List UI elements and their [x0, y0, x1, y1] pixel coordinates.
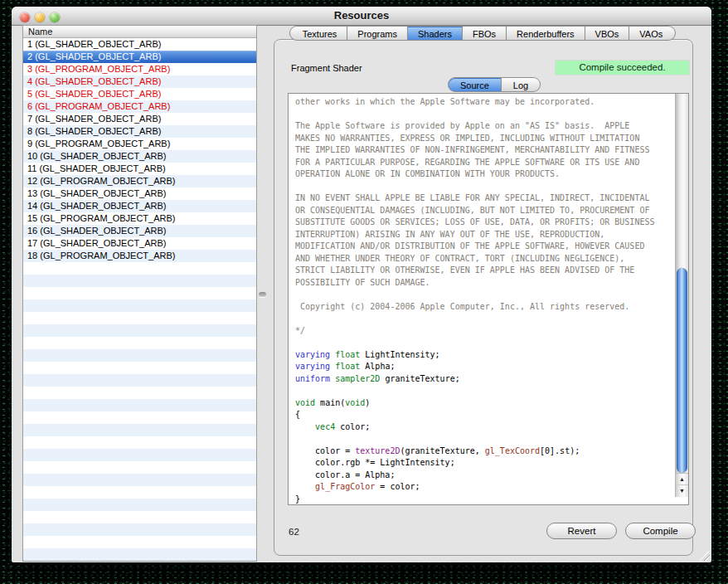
- code-line: uniform sampler2D graniteTexture;: [295, 373, 676, 386]
- tab-vbos[interactable]: VBOs: [585, 26, 630, 41]
- code-line: [295, 385, 676, 397]
- splitter-handle[interactable]: [259, 292, 266, 297]
- title-bar[interactable]: Resources: [12, 7, 711, 26]
- code-line: varying float Alpha;: [295, 361, 676, 373]
- code-line: varying float LightIntensity;: [295, 349, 676, 362]
- code-line: OR CONSEQUENTIAL DAMAGES (INCLUDING, BUT…: [295, 205, 676, 217]
- list-item[interactable]: 16 (GL_SHADER_OBJECT_ARB): [23, 225, 256, 237]
- list-item[interactable]: 17 (GL_SHADER_OBJECT_ARB): [23, 237, 256, 250]
- resource-list: Name 1 (GL_SHADER_OBJECT_ARB)2 (GL_SHADE…: [22, 25, 257, 562]
- tab-renderbuffers[interactable]: Renderbuffers: [507, 26, 585, 41]
- code-line: SUBSTITUTE GOODS OR SERVICES; LOSS OF US…: [295, 217, 676, 229]
- code-line: THE IMPLIED WARRANTIES OF NON-INFRINGEME…: [295, 144, 676, 157]
- list-item[interactable]: 11 (GL_SHADER_OBJECT_ARB): [23, 163, 256, 175]
- list-item[interactable]: 14 (GL_SHADER_OBJECT_ARB): [23, 200, 256, 212]
- list-item[interactable]: 2 (GL_SHADER_OBJECT_ARB): [23, 51, 256, 63]
- list-item[interactable]: 18 (GL_PROGRAM_OBJECT_ARB): [23, 250, 256, 262]
- subtab-log[interactable]: Log: [502, 77, 541, 92]
- resize-grip-icon[interactable]: [699, 550, 710, 561]
- list-item[interactable]: 7 (GL_SHADER_OBJECT_ARB): [23, 113, 256, 125]
- code-line: POSSIBILITY OF SUCH DAMAGE.: [295, 277, 676, 290]
- code-line: IN NO EVENT SHALL APPLE BE LIABLE FOR AN…: [295, 192, 676, 205]
- code-line: */: [295, 325, 676, 338]
- code-line: [295, 337, 676, 349]
- tab-vaos[interactable]: VAOs: [629, 26, 676, 41]
- code-line: FOR A PARTICULAR PURPOSE, REGARDING THE …: [295, 157, 676, 169]
- code-line: [295, 433, 676, 445]
- list-item[interactable]: 6 (GL_PROGRAM_OBJECT_ARB): [23, 100, 256, 113]
- code-line: STRICT LIABILITY OR OTHERWISE, EVEN IF A…: [295, 265, 676, 277]
- list-item[interactable]: 5 (GL_SHADER_OBJECT_ARB): [23, 88, 256, 100]
- code-line: other works in which the Apple Software …: [295, 96, 676, 109]
- scroll-down-arrow-icon[interactable]: ▼: [676, 485, 688, 497]
- list-item[interactable]: 1 (GL_SHADER_OBJECT_ARB): [23, 38, 256, 51]
- list-item[interactable]: 9 (GL_PROGRAM_OBJECT_ARB): [23, 138, 256, 150]
- window-title: Resources: [12, 9, 711, 22]
- shader-id-label: 62: [289, 527, 299, 537]
- code-line: AND WHETHER UNDER THEORY OF CONTRACT, TO…: [295, 253, 676, 265]
- code-line: vec4 color;: [295, 421, 676, 434]
- editor-scrollbar[interactable]: ▲ ▼: [675, 94, 688, 497]
- tab-shaders[interactable]: Shaders: [408, 26, 463, 41]
- compile-status-badge: Compile succeeded.: [555, 60, 690, 75]
- code-line: {: [295, 409, 676, 421]
- list-item[interactable]: 4 (GL_SHADER_OBJECT_ARB): [23, 75, 256, 88]
- code-line: INTERRUPTION) ARISING IN ANY WAY OUT OF …: [295, 229, 676, 241]
- resources-window: Resources Name 1 (GL_SHADER_OBJECT_ARB)2…: [12, 7, 711, 562]
- list-item[interactable]: 3 (GL_PROGRAM_OBJECT_ARB): [23, 63, 256, 75]
- list-item[interactable]: 10 (GL_SHADER_OBJECT_ARB): [23, 150, 256, 163]
- source-log-segmented-control: SourceLog: [448, 77, 541, 92]
- code-line: MODIFICATION AND/OR DISTRIBUTION OF THE …: [295, 241, 676, 253]
- tab-textures[interactable]: Textures: [289, 26, 348, 41]
- shader-type-label: Fragment Shader: [291, 63, 362, 73]
- list-item[interactable]: 8 (GL_SHADER_OBJECT_ARB): [23, 125, 256, 138]
- code-line: MAKES NO WARRANTIES, EXPRESS OR IMPLIED,…: [295, 133, 676, 145]
- code-line: The Apple Software is provided by Apple …: [295, 120, 676, 133]
- code-line: [295, 313, 676, 325]
- code-line: [295, 289, 676, 301]
- shader-source-text[interactable]: other works in which the Apple Software …: [289, 94, 676, 504]
- list-item[interactable]: 12 (GL_PROGRAM_OBJECT_ARB): [23, 175, 256, 187]
- scroll-up-arrow-icon[interactable]: ▲: [676, 474, 688, 485]
- list-item[interactable]: 13 (GL_SHADER_OBJECT_ARB): [23, 187, 256, 200]
- code-line: [295, 181, 676, 193]
- code-line: }: [295, 494, 676, 505]
- code-line: color.a = Alpha;: [295, 470, 676, 482]
- revert-button[interactable]: Revert: [546, 523, 617, 539]
- code-line: color.rgb *= LightIntensity;: [295, 457, 676, 470]
- tab-bar: TexturesProgramsShadersFBOsRenderbuffers…: [274, 26, 692, 41]
- code-line: void main(void): [295, 397, 676, 410]
- compile-button[interactable]: Compile: [625, 523, 696, 539]
- scrollbar-arrows: ▲ ▼: [676, 473, 688, 497]
- list-column-header-name[interactable]: Name: [23, 26, 256, 38]
- scrollbar-thumb[interactable]: [677, 268, 687, 473]
- code-line: OPERATION ALONE OR IN COMBINATION WITH Y…: [295, 168, 676, 181]
- list-rows: 1 (GL_SHADER_OBJECT_ARB)2 (GL_SHADER_OBJ…: [23, 38, 256, 561]
- tab-programs[interactable]: Programs: [347, 26, 408, 41]
- code-line: color = texture2D(graniteTexture, gl_Tex…: [295, 445, 676, 458]
- code-line: Copyright (c) 2004-2006 Apple Computer, …: [295, 301, 676, 314]
- subtab-source[interactable]: Source: [448, 77, 502, 92]
- code-line: gl_FragColor = color;: [295, 481, 676, 494]
- list-item[interactable]: 15 (GL_PROGRAM_OBJECT_ARB): [23, 212, 256, 225]
- tab-fbos[interactable]: FBOs: [463, 26, 507, 41]
- shader-source-editor[interactable]: other works in which the Apple Software …: [288, 93, 689, 505]
- code-line: [295, 109, 676, 121]
